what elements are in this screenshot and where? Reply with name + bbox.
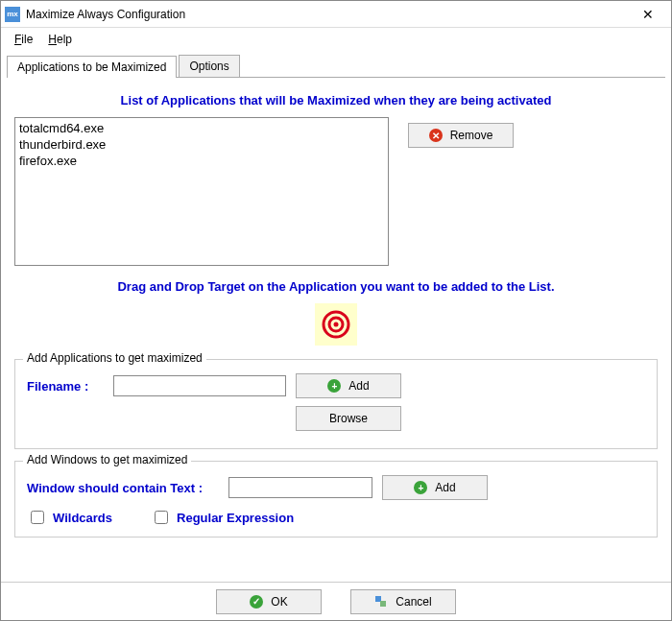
cancel-label: Cancel — [396, 595, 431, 609]
titlebar: mx Maximize Always Configuration ✕ — [1, 1, 671, 28]
list-heading: List of Applications that will be Maximi… — [14, 93, 658, 107]
group-add-windows-title: Add Windows to get maximized — [23, 453, 191, 466]
close-button[interactable]: ✕ — [629, 2, 667, 27]
menu-file[interactable]: File — [9, 31, 38, 48]
check-icon: ✓ — [250, 595, 263, 609]
ok-button[interactable]: ✓ OK — [216, 589, 322, 614]
app-icon: mx — [5, 7, 20, 22]
drag-target[interactable] — [315, 303, 357, 346]
add-window-button[interactable]: + Add — [382, 475, 488, 500]
drag-hint: Drag and Drop Target on the Application … — [14, 279, 658, 294]
cancel-button[interactable]: Cancel — [350, 589, 456, 614]
cancel-icon — [374, 595, 388, 609]
menu-help[interactable]: Help — [42, 31, 78, 48]
footer-bar: ✓ OK Cancel — [1, 582, 671, 620]
regex-checkbox[interactable] — [155, 511, 168, 524]
list-item[interactable]: firefox.exe — [19, 153, 384, 169]
regex-label[interactable]: Regular Expression — [177, 511, 294, 525]
list-item[interactable]: thunderbird.exe — [19, 136, 384, 153]
plus-icon: + — [414, 481, 427, 494]
window-text-label: Window should contain Text : — [27, 481, 219, 495]
remove-button[interactable]: ✕ Remove — [408, 123, 514, 148]
tab-applications[interactable]: Applications to be Maximized — [7, 56, 177, 78]
add-app-button[interactable]: + Add — [296, 373, 401, 398]
menubar: File Help — [1, 28, 671, 51]
window-title: Maximize Always Configuration — [26, 8, 629, 21]
app-window: mx Maximize Always Configuration ✕ File … — [0, 0, 672, 621]
tab-options[interactable]: Options — [179, 55, 239, 77]
applications-listbox[interactable]: totalcmd64.exe thunderbird.exe firefox.e… — [14, 117, 389, 266]
tab-content: List of Applications that will be Maximi… — [1, 78, 671, 557]
add-window-label: Add — [435, 481, 455, 494]
wildcards-label[interactable]: Wildcards — [53, 511, 112, 525]
add-app-label: Add — [348, 379, 369, 393]
group-add-windows: Add Windows to get maximized Window shou… — [14, 461, 658, 537]
group-add-apps: Add Applications to get maximized Filena… — [14, 359, 658, 449]
browse-button[interactable]: Browse — [296, 406, 401, 431]
browse-label: Browse — [329, 412, 368, 425]
filename-input[interactable] — [113, 375, 286, 396]
list-item[interactable]: totalcmd64.exe — [19, 120, 384, 136]
plus-icon: + — [327, 379, 341, 393]
wildcards-checkbox[interactable] — [31, 511, 44, 524]
ok-label: OK — [271, 595, 287, 609]
window-text-input[interactable] — [228, 477, 372, 498]
remove-label: Remove — [450, 129, 493, 142]
tabbar: Applications to be Maximized Options — [7, 55, 665, 78]
target-icon — [321, 309, 351, 340]
filename-label: Filename : — [27, 379, 104, 394]
list-row: totalcmd64.exe thunderbird.exe firefox.e… — [14, 117, 658, 266]
remove-icon: ✕ — [429, 129, 443, 142]
svg-point-2 — [334, 322, 339, 327]
svg-rect-4 — [380, 601, 386, 607]
group-add-apps-title: Add Applications to get maximized — [23, 351, 206, 365]
